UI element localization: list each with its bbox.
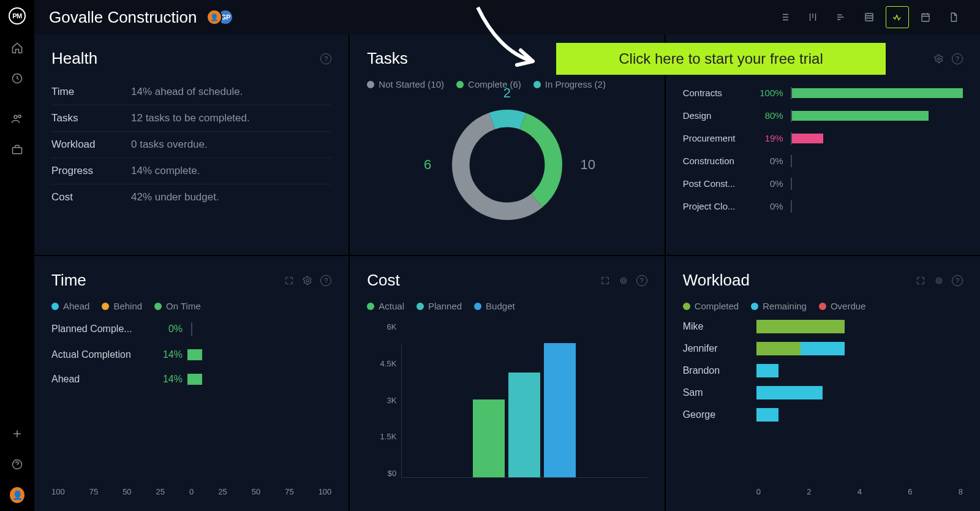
workload-row-name: Sam bbox=[683, 387, 756, 398]
donut-label-inprogress: 2 bbox=[503, 85, 511, 101]
legend-dot bbox=[154, 303, 162, 310]
list-view-icon[interactable] bbox=[773, 6, 796, 28]
user-avatar[interactable]: 👤 bbox=[10, 488, 24, 502]
legend-item[interactable]: Behind bbox=[102, 301, 142, 311]
workload-row-bar bbox=[756, 364, 778, 377]
progress-row-bar bbox=[791, 88, 963, 98]
legend-label: Completed bbox=[695, 301, 739, 311]
time-row-name: Ahead bbox=[51, 374, 156, 385]
health-row-label: Progress bbox=[51, 165, 131, 177]
progress-row-pct: 19% bbox=[756, 133, 783, 143]
project-members[interactable]: 👤 GP bbox=[206, 9, 233, 25]
legend-item[interactable]: Not Started (10) bbox=[367, 79, 444, 89]
expand-icon[interactable] bbox=[915, 275, 926, 286]
legend-dot bbox=[751, 303, 758, 310]
board-view-icon[interactable] bbox=[801, 6, 824, 28]
progress-row-bar bbox=[791, 156, 963, 166]
workload-row: Mike bbox=[683, 320, 963, 333]
briefcase-icon[interactable] bbox=[10, 142, 24, 157]
file-view-icon[interactable] bbox=[942, 6, 965, 28]
axis-tick: 0 bbox=[189, 487, 194, 496]
progress-row-pct: 0% bbox=[756, 201, 783, 211]
legend-item[interactable]: Completed bbox=[683, 301, 739, 311]
legend-item[interactable]: Budget bbox=[474, 301, 515, 311]
help-icon[interactable]: ? bbox=[952, 53, 963, 64]
legend-item[interactable]: Actual bbox=[367, 301, 404, 311]
help-icon[interactable] bbox=[10, 457, 24, 472]
axis-tick: 75 bbox=[285, 487, 293, 496]
axis-tick: 8 bbox=[959, 487, 963, 496]
legend-item[interactable]: Planned bbox=[417, 301, 462, 311]
legend-item[interactable]: Remaining bbox=[751, 301, 807, 311]
axis-tick: 3K bbox=[367, 396, 396, 405]
legend-item[interactable]: Overdue bbox=[819, 301, 866, 311]
workload-row: George bbox=[683, 408, 963, 422]
clock-icon[interactable] bbox=[10, 71, 24, 86]
cost-bar-actual bbox=[473, 399, 505, 477]
gantt-view-icon[interactable] bbox=[829, 6, 853, 28]
gear-icon[interactable] bbox=[933, 53, 944, 64]
health-row-value: 14% complete. bbox=[131, 165, 200, 177]
progress-row-bar bbox=[791, 179, 963, 189]
home-icon[interactable] bbox=[10, 40, 24, 55]
health-row-value: 14% ahead of schedule. bbox=[131, 86, 243, 98]
expand-icon[interactable] bbox=[600, 275, 611, 286]
legend-dot bbox=[51, 303, 59, 310]
time-row: Planned Comple...0% bbox=[51, 322, 331, 336]
axis-tick: 50 bbox=[123, 487, 131, 496]
cost-bar-chart: 6K4.5K3K1.5K$0 bbox=[367, 322, 647, 496]
legend-dot bbox=[102, 303, 109, 310]
svg-rect-3 bbox=[13, 148, 22, 154]
workload-row-name: George bbox=[683, 409, 756, 420]
legend-item[interactable]: On Time bbox=[154, 301, 201, 311]
legend-item[interactable]: Ahead bbox=[51, 301, 89, 311]
time-card: Time ? AheadBehindOn Time Planned Comple… bbox=[34, 256, 349, 511]
app-logo[interactable]: PM bbox=[9, 7, 26, 25]
add-icon[interactable] bbox=[10, 426, 24, 441]
time-row: Actual Completion14% bbox=[51, 349, 331, 360]
legend-item[interactable]: Complete (6) bbox=[456, 79, 521, 89]
axis-tick: 6K bbox=[367, 322, 396, 331]
svg-point-14 bbox=[938, 279, 940, 282]
legend-label: Actual bbox=[379, 301, 404, 311]
time-row-pct: 14% bbox=[156, 374, 183, 385]
time-row-pct: 14% bbox=[156, 349, 183, 360]
expand-icon[interactable] bbox=[284, 275, 295, 286]
cost-title: Cost bbox=[367, 271, 399, 290]
health-row: Progress14% complete. bbox=[51, 158, 331, 184]
workload-bar-segment bbox=[756, 342, 801, 355]
workload-row-name: Brandon bbox=[683, 365, 756, 376]
help-icon[interactable]: ? bbox=[952, 275, 963, 286]
help-icon[interactable]: ? bbox=[636, 275, 647, 286]
dashboard-view-icon[interactable] bbox=[886, 6, 909, 28]
gear-icon[interactable] bbox=[302, 275, 313, 286]
help-icon[interactable]: ? bbox=[320, 53, 331, 64]
topbar: Govalle Construction 👤 GP bbox=[34, 0, 980, 34]
left-nav: PM 👤 bbox=[0, 0, 34, 511]
workload-row-name: Mike bbox=[683, 321, 756, 332]
legend-item[interactable]: In Progress (2) bbox=[533, 79, 606, 89]
health-row-label: Time bbox=[51, 86, 131, 98]
team-icon[interactable] bbox=[10, 112, 24, 126]
help-icon[interactable]: ? bbox=[320, 275, 331, 286]
svg-point-2 bbox=[18, 115, 21, 118]
workload-row: Sam bbox=[683, 386, 963, 399]
cost-bar-planned bbox=[508, 373, 540, 477]
sheet-view-icon[interactable] bbox=[858, 6, 881, 28]
free-trial-cta[interactable]: Click here to start your free trial bbox=[556, 43, 886, 75]
workload-row: Brandon bbox=[683, 364, 963, 377]
workload-title: Workload bbox=[683, 271, 750, 290]
calendar-view-icon[interactable] bbox=[914, 6, 937, 28]
legend-label: Remaining bbox=[763, 301, 807, 311]
axis-tick: 50 bbox=[252, 487, 260, 496]
axis-tick: 4 bbox=[858, 487, 862, 496]
legend-label: Ahead bbox=[63, 301, 89, 311]
time-row-bar bbox=[187, 349, 202, 360]
gear-icon[interactable] bbox=[933, 275, 944, 286]
tasks-title: Tasks bbox=[367, 49, 407, 68]
gear-icon[interactable] bbox=[618, 275, 629, 286]
progress-row-bar bbox=[791, 111, 963, 121]
axis-tick: 25 bbox=[218, 487, 227, 496]
legend-dot bbox=[417, 303, 424, 310]
donut-label-complete: 6 bbox=[424, 157, 431, 173]
